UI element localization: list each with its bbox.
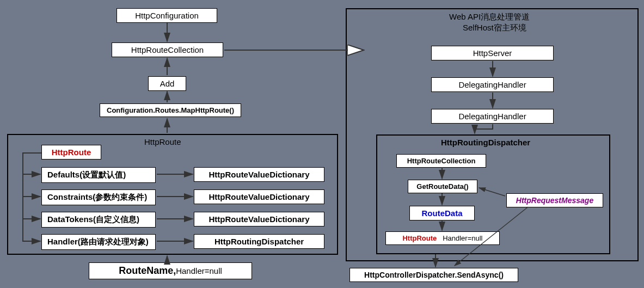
- title-dispatcher: HttpRoutingDispatcher: [441, 138, 530, 147]
- node-defaults: Defaults(设置默认值): [41, 167, 156, 183]
- node-handler: Handler(路由请求处理对象): [41, 234, 156, 250]
- node-http-route-inner: HttpRoute: [41, 145, 101, 160]
- text-handler-null: Handler=null: [176, 266, 222, 275]
- node-delegating1: DelegatingHandler: [431, 77, 554, 92]
- node-get-route-data: GetRouteData(): [408, 180, 477, 193]
- node-http-route-collection: HttpRouteCollection: [112, 42, 223, 57]
- node-controller-dispatcher: HttpControllerDispatcher.SendAsync(): [349, 268, 518, 282]
- title-pipeline2: SelfHost宿主环境: [463, 23, 526, 33]
- node-http-configuration: HttpConfiguration: [116, 8, 217, 23]
- text-route-data: RouteData: [421, 209, 462, 218]
- node-dict3: HttpRouteValueDictionary: [194, 212, 324, 226]
- text-route-name: RouteName,: [119, 265, 176, 276]
- node-route-name: RouteName,Handler=null: [89, 262, 252, 279]
- title-pipeline1: Web API消息处理管道: [449, 12, 530, 22]
- node-add: Add: [148, 76, 186, 91]
- text-request-message: HttpRequestMessage: [516, 196, 593, 205]
- node-dict1: HttpRouteValueDictionary: [194, 167, 324, 182]
- node-route-collection: HttpRouteCollection: [396, 154, 486, 168]
- node-dict2: HttpRouteValueDictionary: [194, 189, 324, 204]
- node-request-message: HttpRequestMessage: [506, 193, 603, 207]
- node-routing-dispatcher: HttpRoutingDispatcher: [194, 234, 324, 249]
- node-delegating2: DelegatingHandler: [431, 109, 554, 124]
- title-http-route: HttpRoute: [144, 137, 181, 146]
- text-http-route2: HttpRoute: [402, 234, 437, 242]
- node-route-data: RouteData: [409, 206, 475, 220]
- text-handler-null2: Handler=null: [443, 234, 482, 242]
- text-http-route-red: HttpRoute: [52, 148, 91, 157]
- node-constraints: Constraints(参数约束条件): [41, 189, 156, 205]
- node-route-data-props: HttpRoute Handler=null: [385, 231, 500, 245]
- node-data-tokens: DataTokens(自定义信息): [41, 212, 156, 228]
- node-http-server: HttpServer: [431, 46, 554, 60]
- node-map-http-route: Configuration.Routes.MapHttpRoute(): [100, 103, 241, 117]
